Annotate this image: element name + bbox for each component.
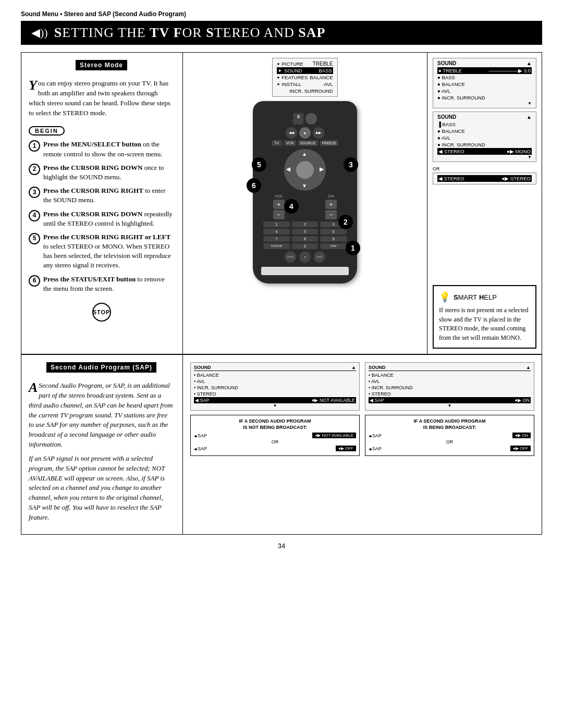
bulb-icon: 💡 <box>439 291 450 303</box>
content-area: Stereo Mode Y ou can enjoy stereo progra… <box>21 52 542 354</box>
tv-vcr-btn[interactable]: TV/VCR <box>263 243 290 249</box>
smart-help-header: 💡 SMART HELP <box>439 291 530 303</box>
num-9[interactable]: 9 <box>320 236 347 242</box>
vol-down[interactable]: − <box>273 210 285 219</box>
b-sap-label-2: SAP <box>369 446 382 451</box>
or-divider: OR <box>433 166 440 171</box>
title-bar: ◀)) SETTING THE TV FOR STEREO AND SAP <box>21 21 542 45</box>
sap-title-label: Second Audio Program (SAP) <box>46 362 156 373</box>
step-overlay-4: 4 <box>284 199 299 214</box>
nb-sap-off: SAP ●▶ OFF <box>194 446 356 451</box>
cursor-down[interactable]: ▼ <box>302 183 307 189</box>
step-num-3: 3 <box>29 187 40 198</box>
tv-btn[interactable]: TV <box>272 140 282 146</box>
bottom-oval-btns: POS ● SAP <box>253 251 357 263</box>
cursor-left[interactable]: ◀ <box>286 166 290 172</box>
vol-control: VOL + − <box>273 194 285 219</box>
rew-btn[interactable]: ◀◀ <box>286 127 297 139</box>
sap-screenshots-row: SOUND▲ BALANCE AVL INCR. SURROUND STEREO… <box>190 362 534 411</box>
sap-section: Second Audio Program (SAP) A Second Audi… <box>21 355 542 535</box>
menu-btn[interactable]: ● <box>299 127 311 139</box>
step-3-text: Press the CURSOR RING RIGHT to enter the… <box>43 186 174 205</box>
num-4[interactable]: 4 <box>263 229 290 235</box>
page-number: 34 <box>21 542 542 550</box>
ch-control: CH + − <box>325 194 337 219</box>
stereo-intro-text: Y ou can enjoy stereo programs on your T… <box>29 79 174 118</box>
num-0[interactable]: 0 <box>292 243 319 249</box>
avl-item-2: ● AVL <box>437 134 532 141</box>
num-6[interactable]: 6 <box>320 229 347 235</box>
stereo-item: ◀ STEREO●▶ MONO <box>437 148 532 155</box>
remote-bottom-bar <box>261 267 349 275</box>
bass-item: ● BASS <box>437 74 532 81</box>
center-column: ●PICTURE TREBLE ►SOUND BASS ●FEATURES BA… <box>183 53 427 354</box>
vcr-btn[interactable]: VCR <box>284 140 296 146</box>
stereo-stereo-item: ◀ STEREO●▶ STEREO <box>437 175 532 182</box>
step-2: 2 Press the CURSOR RING DOWN once to hig… <box>29 163 174 182</box>
balance-item: ● BALANCE <box>437 81 532 88</box>
nb-caption-title: IF A SECOND AUDIO PROGRAMIS NOT BEING BR… <box>194 418 356 430</box>
sap-btn[interactable]: SAP <box>320 243 347 249</box>
remote-control: ⏸ ◀◀ ● ▶▶ TV VCR <box>253 101 357 283</box>
step-5: 5 Press the CURSOR RING RIGHT or LEFT to… <box>29 232 174 270</box>
num-5[interactable]: 5 <box>292 229 319 235</box>
smart-help-title-text: SMART HELP <box>454 293 497 301</box>
b-or: OR <box>369 439 531 445</box>
ch-down[interactable]: − <box>325 210 337 219</box>
freeze-btn[interactable]: FREEZE <box>320 140 339 146</box>
cursor-ring[interactable]: ▲ ▼ ◀ ▶ <box>284 149 326 191</box>
begin-badge: BEGIN <box>29 126 65 135</box>
num-8[interactable]: 8 <box>292 236 319 242</box>
mode-row: TV VCR SOURCE FREEZE <box>253 140 357 146</box>
transport-row: ◀◀ ● ▶▶ <box>253 127 357 139</box>
stereo-mode-section: Stereo Mode Y ou can enjoy stereo progra… <box>21 53 183 354</box>
incr-surround-item: ● INCR. SURROUND <box>437 94 532 101</box>
step-5-text: Press the CURSOR RING RIGHT or LEFT to s… <box>43 232 174 270</box>
cursor-inner-btn[interactable] <box>296 161 314 179</box>
menu-item-sound: ►SOUND BASS <box>277 67 333 74</box>
power-btn[interactable] <box>305 113 317 125</box>
b-off-value: ●▶ OFF <box>510 446 531 451</box>
step-3: 3 Press the CURSOR RING RIGHT to enter t… <box>29 186 174 205</box>
sap-not-broadcast-caption: IF A SECOND AUDIO PROGRAMIS NOT BEING BR… <box>190 415 360 456</box>
num-2[interactable]: 2 <box>292 221 319 227</box>
step-num-6: 6 <box>29 275 40 287</box>
remote-steps-container: 5 3 6 4 2 1 ⏸ <box>237 101 373 283</box>
sap-menus-section: SOUND▲ BALANCE AVL INCR. SURROUND STEREO… <box>183 355 542 534</box>
vol-up[interactable]: + <box>273 200 285 209</box>
sap-nb-balance: BALANCE <box>194 372 356 378</box>
sap-title-wrapper: Second Audio Program (SAP) <box>29 362 174 377</box>
fwd-btn[interactable]: ▶▶ <box>313 127 324 139</box>
smart-help-box: 💡 SMART HELP If stereo is not present on… <box>433 285 536 349</box>
nb-or: OR <box>194 439 356 445</box>
sound-stereo-menu: SOUND ▲ ▐ BASS ● BALANCE ● AVL ● INCR. S… <box>433 112 536 162</box>
sap-b-sap-row: ◀ SAP●▶ ON <box>369 397 531 403</box>
step-1: 1 Press the MENU/SELECT but­ton on the r… <box>29 140 174 158</box>
cursor-up[interactable]: ▲ <box>302 151 307 157</box>
page-title: SETTING THE TV FOR STEREO AND SAP <box>54 25 326 41</box>
sap-nb-sap-row: ◀ SAP●▶ NOT AVAILABLE <box>194 397 356 403</box>
num-1[interactable]: 1 <box>263 221 290 227</box>
sap-oval-btn[interactable]: SAP <box>314 251 325 263</box>
cursor-right[interactable]: ▶ <box>320 166 324 172</box>
recall-btn[interactable]: ● <box>299 251 311 263</box>
step-6: 6 Press the STATUS/EXIT button to remove… <box>29 275 174 293</box>
step-1-text: Press the MENU/SELECT but­ton on the rem… <box>43 140 174 158</box>
b-on-value: ●▶ ON <box>512 433 531 438</box>
nb-off-value: ●▶ OFF <box>336 446 356 451</box>
pause-btn[interactable]: ⏸ <box>293 113 303 125</box>
bass-item-2: ▐ BASS <box>437 121 532 128</box>
step-2-text: Press the CURSOR RING DOWN once to highl… <box>43 163 174 182</box>
avl-item: ● AVL <box>437 88 532 94</box>
sap-note-text: If an SAP signal is not present with a s… <box>29 454 174 523</box>
b-sap-on: SAP ●▶ ON <box>369 433 531 438</box>
speaker-icon: ◀)) <box>31 26 48 40</box>
page-wrapper: Sound Menu • Stereo and SAP (Second Audi… <box>0 0 563 728</box>
num-7[interactable]: 7 <box>263 236 290 242</box>
b-caption-title: IF A SECOND AUDIO PROGRAMIS BEING BROADC… <box>369 418 531 430</box>
source-btn[interactable]: SOURCE <box>298 140 318 146</box>
main-menu-screenshot: ●PICTURE TREBLE ►SOUND BASS ●FEATURES BA… <box>272 58 337 97</box>
pos-btn[interactable]: POS <box>285 251 296 263</box>
menu-item-picture: ●PICTURE TREBLE <box>277 60 333 67</box>
ch-up[interactable]: + <box>325 200 337 209</box>
